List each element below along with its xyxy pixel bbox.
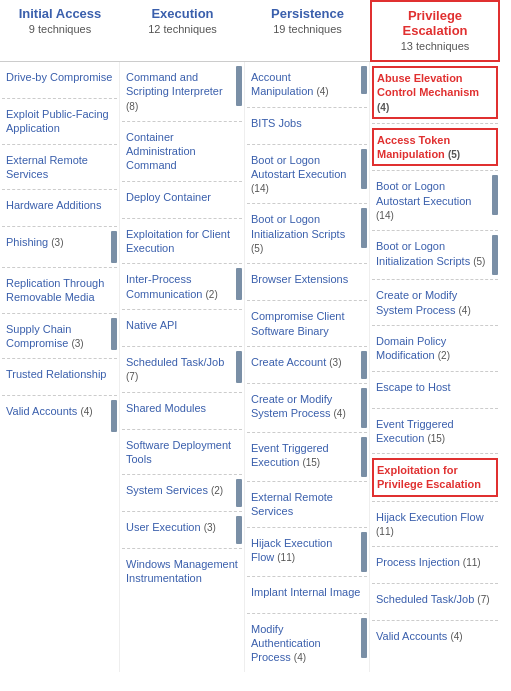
list-item[interactable]: Compromise Client Software Binary [247,305,367,342]
list-item[interactable]: Supply Chain Compromise (3) [2,318,117,355]
item-bar [236,516,242,544]
list-item[interactable]: External Remote Services [2,149,117,186]
item-label: Command and Scripting Interpreter (8) [122,66,234,117]
header-subtitle-execution: 12 techniques [124,23,241,35]
list-item[interactable]: Boot or Logon Autostart Execution (14) [247,149,367,200]
list-item[interactable]: Boot or Logon Autostart Execution (14) [372,175,498,226]
item-label: Access Token Manipulation (5) [372,128,498,167]
list-item[interactable]: User Execution (3) [122,516,242,544]
list-item[interactable]: Exploitation for Privilege Escalation [372,458,498,497]
item-label: Implant Internal Image [247,581,367,609]
list-item[interactable]: Scheduled Task/Job (7) [122,351,242,388]
item-label: Inter-Process Communication (2) [122,268,234,305]
item-label: Valid Accounts (4) [372,625,498,653]
item-bar [111,318,117,350]
list-item[interactable]: Create or Modify System Process (4) [247,388,367,428]
list-item[interactable]: Access Token Manipulation (5) [372,128,498,167]
item-label: Native API [122,314,242,342]
item-label: Event Triggered Execution (15) [372,413,498,450]
col-execution: Command and Scripting Interpreter (8) Co… [120,62,245,672]
item-label: Boot or Logon Initialization Scripts (5) [247,208,359,259]
item-bar [361,149,367,189]
item-bar [236,351,242,383]
list-item[interactable]: Browser Extensions [247,268,367,296]
list-item[interactable]: Domain Policy Modification (2) [372,330,498,367]
list-item[interactable]: External Remote Services [247,486,367,523]
list-item[interactable]: Exploit Public-Facing Application [2,103,117,140]
list-item[interactable]: Event Triggered Execution (15) [247,437,367,477]
item-label: Drive-by Compromise [2,66,117,94]
item-label: Create or Modify System Process (4) [247,388,359,428]
header-title-initial-access: Initial Access [4,6,116,21]
list-item[interactable]: Windows Management Instrumentation [122,553,242,590]
list-item[interactable]: Container Administration Command [122,126,242,177]
list-item[interactable]: Exploitation for Client Execution [122,223,242,260]
item-label: Exploitation for Client Execution [122,223,242,260]
item-label: Shared Modules [122,397,242,425]
list-item[interactable]: Native API [122,314,242,342]
list-item[interactable]: Command and Scripting Interpreter (8) [122,66,242,117]
list-item[interactable]: Software Deployment Tools [122,434,242,471]
item-label: Abuse Elevation Control Mechanism (4) [372,66,498,119]
item-label: Software Deployment Tools [122,434,242,471]
list-item[interactable]: Modify Authentication Process (4) [247,618,367,669]
list-item[interactable]: Valid Accounts (4) [2,400,117,432]
list-item[interactable]: Hijack Execution Flow (11) [372,506,498,543]
list-item[interactable]: Create Account (3) [247,351,367,379]
list-item[interactable]: System Services (2) [122,479,242,507]
list-item[interactable]: BITS Jobs [247,112,367,140]
list-item[interactable]: Hijack Execution Flow (11) [247,532,367,572]
list-item[interactable]: Create or Modify System Process (4) [372,284,498,321]
item-bar [111,400,117,432]
list-item[interactable]: Hardware Additions [2,194,117,222]
item-bar [361,208,367,248]
header-title-persistence: Persistence [249,6,366,21]
item-label: Deploy Container [122,186,242,214]
list-item[interactable]: Process Injection (11) [372,551,498,579]
item-label: Process Injection (11) [372,551,498,579]
item-label: Valid Accounts (4) [2,400,109,432]
item-label: Browser Extensions [247,268,367,296]
item-label: Hardware Additions [2,194,117,222]
list-item[interactable]: Valid Accounts (4) [372,625,498,653]
list-item[interactable]: Drive-by Compromise [2,66,117,94]
list-item[interactable]: Account Manipulation (4) [247,66,367,103]
item-label: BITS Jobs [247,112,367,140]
item-bar [361,351,367,379]
list-item[interactable]: Trusted Relationship [2,363,117,391]
col-persistence: Account Manipulation (4) BITS Jobs Boot … [245,62,370,672]
header-execution: Execution 12 techniques [120,0,245,62]
item-label: External Remote Services [2,149,117,186]
item-label: Account Manipulation (4) [247,66,359,103]
item-label: Event Triggered Execution (15) [247,437,359,477]
main-grid: Initial Access 9 techniques Execution 12… [0,0,511,672]
item-label: Windows Management Instrumentation [122,553,242,590]
list-item[interactable]: Boot or Logon Initialization Scripts (5) [372,235,498,275]
item-bar [361,388,367,428]
list-item[interactable]: Scheduled Task/Job (7) [372,588,498,616]
item-label: Scheduled Task/Job (7) [372,588,498,616]
item-label: Boot or Logon Initialization Scripts (5) [372,235,490,275]
header-subtitle-privilege-escalation: 13 techniques [376,40,494,52]
list-item[interactable]: Abuse Elevation Control Mechanism (4) [372,66,498,119]
list-item[interactable]: Boot or Logon Initialization Scripts (5) [247,208,367,259]
header-subtitle-initial-access: 9 techniques [4,23,116,35]
list-item[interactable]: Implant Internal Image [247,581,367,609]
item-label: Create or Modify System Process (4) [372,284,498,321]
item-bar [492,175,498,215]
col-initial-access: Drive-by Compromise Exploit Public-Facin… [0,62,120,672]
item-bar [236,479,242,507]
list-item[interactable]: Escape to Host [372,376,498,404]
list-item[interactable]: Replication Through Removable Media [2,272,117,309]
list-item[interactable]: Phishing (3) [2,231,117,263]
item-label: Replication Through Removable Media [2,272,117,309]
list-item[interactable]: Inter-Process Communication (2) [122,268,242,305]
item-bar [111,231,117,263]
list-item[interactable]: Shared Modules [122,397,242,425]
item-label: Domain Policy Modification (2) [372,330,498,367]
header-initial-access: Initial Access 9 techniques [0,0,120,62]
list-item[interactable]: Deploy Container [122,186,242,214]
item-label: Boot or Logon Autostart Execution (14) [247,149,359,200]
item-label: Escape to Host [372,376,498,404]
list-item[interactable]: Event Triggered Execution (15) [372,413,498,450]
